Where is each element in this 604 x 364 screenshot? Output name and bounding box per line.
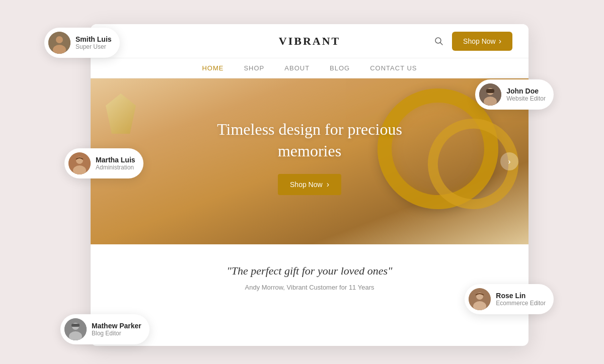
avatar-smith-image — [48, 32, 70, 54]
website-preview: VIBRANT Shop Now › HOME SHOP ABOUT BLOG … — [91, 24, 528, 346]
nav-shop[interactable]: SHOP — [244, 64, 264, 72]
header-right: Shop Now › — [434, 32, 512, 51]
quote-author: Andy Morrow, Vibrant Customer for 11 Yea… — [107, 284, 512, 291]
avatar-martha — [68, 152, 91, 174]
user-role-smith: Super User — [76, 43, 112, 50]
nav-home[interactable]: HOME — [202, 64, 223, 72]
user-bubble-martha: Martha Luis Administration — [64, 148, 143, 178]
svg-rect-11 — [486, 89, 494, 93]
nav-about[interactable]: ABOUT — [284, 64, 310, 72]
user-name-mathew: Mathew Parker — [92, 322, 141, 330]
avatar-mathew — [64, 318, 87, 340]
hero-text: Timeless design for precious memories Sh… — [91, 78, 528, 195]
site-logo: VIBRANT — [279, 35, 340, 48]
user-info-john: John Doe Website Editor — [506, 87, 546, 102]
quote-text: "The perfect gift for your loved ones" — [107, 264, 512, 278]
user-role-mathew: Blog Editor — [92, 330, 141, 337]
hero-section: Timeless design for precious memories Sh… — [91, 78, 528, 244]
user-bubble-smith: Smith Luis Super User — [44, 28, 120, 58]
svg-rect-18 — [71, 324, 80, 327]
avatar-john-image — [479, 83, 501, 106]
user-bubble-john: John Doe Website Editor — [475, 79, 554, 110]
avatar-smith — [48, 32, 70, 54]
search-icon — [434, 36, 444, 46]
avatar-rose — [469, 288, 491, 310]
user-info-rose: Rose Lin Ecommerce Editor — [496, 292, 546, 307]
user-role-martha: Administration — [96, 164, 135, 171]
nav-blog[interactable]: BLOG — [330, 64, 350, 72]
user-bubble-rose: Rose Lin Ecommerce Editor — [465, 284, 554, 314]
user-info-smith: Smith Luis Super User — [76, 35, 112, 50]
svg-point-3 — [56, 36, 63, 43]
site-nav: HOME SHOP ABOUT BLOG CONTACT US — [91, 58, 528, 78]
user-name-rose: Rose Lin — [496, 292, 546, 300]
nav-contact[interactable]: CONTACT US — [370, 64, 417, 72]
user-info-martha: Martha Luis Administration — [96, 156, 135, 171]
hero-title: Timeless design for precious memories — [194, 119, 425, 162]
avatar-rose-image — [469, 288, 491, 310]
svg-line-1 — [440, 42, 443, 45]
hero-cta-button[interactable]: Shop Now › — [278, 174, 341, 195]
user-name-smith: Smith Luis — [76, 35, 112, 43]
avatar-martha-image — [68, 152, 91, 174]
avatar-mathew-image — [64, 318, 87, 340]
user-name-martha: Martha Luis — [96, 156, 135, 164]
user-name-john: John Doe — [506, 87, 546, 95]
search-button[interactable] — [434, 36, 444, 46]
user-role-rose: Ecommerce Editor — [496, 300, 546, 307]
user-bubble-mathew: Mathew Parker Blog Editor — [60, 314, 149, 344]
site-header: VIBRANT Shop Now › — [91, 24, 528, 58]
quote-section: "The perfect gift for your loved ones" A… — [91, 244, 528, 303]
user-role-john: Website Editor — [506, 95, 546, 102]
hero-next-arrow[interactable]: › — [500, 152, 518, 170]
avatar-john — [479, 83, 501, 106]
user-info-mathew: Mathew Parker Blog Editor — [92, 322, 141, 337]
shop-now-button[interactable]: Shop Now › — [452, 32, 512, 51]
